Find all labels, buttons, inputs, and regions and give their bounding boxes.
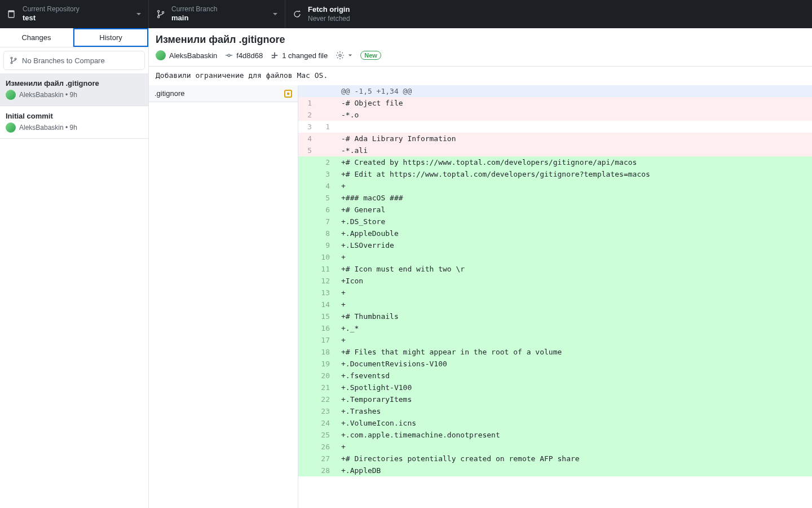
diff-code [337, 121, 812, 133]
new-line-number: 8 [316, 227, 334, 239]
history-item-author: AleksBabaskin • 9h [19, 91, 77, 99]
diff-code: +# Edit at https://www.toptal.com/develo… [337, 168, 812, 180]
old-line-number [298, 382, 316, 393]
old-line-number [298, 441, 316, 453]
diff-row: 10+ [298, 251, 812, 263]
old-line-number [298, 192, 316, 204]
new-line-number: 24 [316, 417, 334, 429]
old-line-number [298, 216, 316, 227]
svg-point-6 [11, 62, 12, 64]
repo-dropdown[interactable]: Current Repository test [0, 0, 149, 28]
diff-view[interactable]: @@ -1,5 +1,34 @@1-# Object file2-*.o31 4… [298, 85, 812, 508]
diff-row: 6+# General [298, 204, 812, 216]
file-row[interactable]: .gitignore [149, 85, 298, 102]
diff-code: +# Files that might appear in the root o… [337, 346, 812, 358]
commit-files-changed[interactable]: 1 changed file [271, 51, 328, 60]
commit-description: Добавили ограничение для файлов Mac OS. [149, 66, 812, 85]
new-line-number: 15 [316, 310, 334, 322]
old-line-number [298, 227, 316, 239]
diff-code: +._* [337, 322, 812, 334]
new-line-number: 7 [316, 216, 334, 227]
svg-point-3 [157, 16, 159, 17]
fetch-value: Never fetched [308, 15, 350, 23]
diff-code: +.DocumentRevisions-V100 [337, 358, 812, 370]
diff-code: +# Thumbnails [337, 310, 812, 322]
old-line-number [298, 346, 316, 358]
diff-code: +.Spotlight-V100 [337, 382, 812, 393]
old-line-number [298, 299, 316, 310]
history-list: Изменили файл .gitignoreAleksBabaskin • … [0, 73, 148, 508]
old-line-number [298, 287, 316, 299]
new-line-number: 27 [316, 453, 334, 465]
diff-code: +.Trashes [337, 405, 812, 417]
tab-changes[interactable]: Changes [0, 28, 73, 47]
diff-code: +### macOS ### [337, 192, 812, 204]
old-line-number [298, 465, 316, 476]
svg-point-10 [339, 54, 341, 56]
old-line-number [298, 85, 316, 97]
diff-row: 20+.fseventsd [298, 370, 812, 382]
old-line-number: 5 [298, 144, 316, 156]
avatar [6, 122, 16, 133]
old-line-number [298, 263, 316, 275]
diff-code: +.TemporaryItems [337, 393, 812, 405]
new-line-number: 16 [316, 322, 334, 334]
svg-point-4 [162, 11, 164, 13]
new-line-number: 23 [316, 405, 334, 417]
diff-row: 31 [298, 121, 812, 133]
old-line-number: 2 [298, 109, 316, 121]
diff-row: 1-# Object file [298, 97, 812, 109]
old-line-number: 1 [298, 97, 316, 109]
history-item[interactable]: Изменили файл .gitignoreAleksBabaskin • … [0, 73, 148, 106]
history-item[interactable]: Initial commitAleksBabaskin • 9h [0, 106, 148, 139]
old-line-number [298, 405, 316, 417]
diff-code: -*.o [337, 109, 812, 121]
diff-code: +# Directories potentially created on re… [337, 453, 812, 465]
diff-row: 17+ [298, 334, 812, 346]
diff-row: 4-# Ada Library Information [298, 133, 812, 144]
diff-row: 14+ [298, 299, 812, 310]
new-line-number: 3 [316, 168, 334, 180]
badge-new: New [360, 51, 381, 60]
new-line-number: 10 [316, 251, 334, 263]
diff-icon [271, 51, 279, 59]
compare-branches[interactable]: No Branches to Compare [3, 51, 145, 70]
chevron-down-icon [348, 53, 352, 58]
sidebar: Changes History No Branches to Compare И… [0, 28, 149, 508]
new-line-number: 2 [316, 156, 334, 168]
commit-options[interactable] [336, 51, 352, 60]
content: Изменили файл .gitignore AleksBabaskin f… [149, 28, 812, 508]
commit-header: Изменили файл .gitignore AleksBabaskin f… [149, 28, 812, 66]
old-line-number [298, 370, 316, 382]
tab-history[interactable]: History [73, 28, 148, 47]
diff-row: 8+.AppleDouble [298, 227, 812, 239]
branch-dropdown[interactable]: Current Branch main [149, 0, 285, 28]
new-line-number: 13 [316, 287, 334, 299]
new-line-number [316, 144, 334, 156]
new-line-number: 26 [316, 441, 334, 453]
compare-text: No Branches to Compare [22, 56, 105, 65]
svg-point-2 [157, 10, 159, 12]
chevron-down-icon [272, 11, 278, 17]
old-line-number [298, 204, 316, 216]
repo-icon [7, 10, 17, 19]
diff-row: 27+# Directories potentially created on … [298, 453, 812, 465]
avatar [6, 90, 16, 100]
diff-code: + [337, 441, 812, 453]
gear-icon [336, 51, 345, 60]
diff-row: 16+._* [298, 322, 812, 334]
diff-code: @@ -1,5 +1,34 @@ [337, 85, 812, 97]
branch-label: Current Branch [171, 5, 217, 14]
commit-icon [225, 51, 233, 59]
diff-code: + [337, 287, 812, 299]
diff-row: 12+Icon [298, 275, 812, 287]
new-line-number: 5 [316, 192, 334, 204]
diff-code: +.DS_Store [337, 216, 812, 227]
diff-row: 24+.VolumeIcon.icns [298, 417, 812, 429]
old-line-number [298, 334, 316, 346]
diff-row: 15+# Thumbnails [298, 310, 812, 322]
fetch-button[interactable]: Fetch origin Never fetched [285, 0, 423, 28]
new-line-number: 11 [316, 263, 334, 275]
old-line-number [298, 275, 316, 287]
branch-value: main [171, 14, 217, 23]
